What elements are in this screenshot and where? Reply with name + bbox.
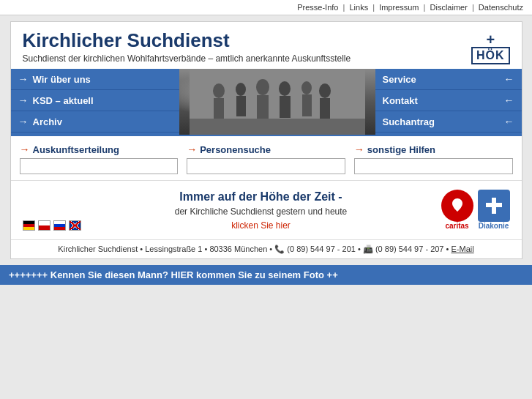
arrow-icon: → <box>18 73 29 85</box>
caritas-icon <box>447 195 468 216</box>
bottom-ticker: +++++++ Kennen Sie diesen Mann? HIER kom… <box>0 265 532 285</box>
link-presse-info[interactable]: Presse-Info <box>297 3 338 12</box>
footer-fax: (0 89) 544 97 - 207 • <box>375 245 449 253</box>
auskunftserteilung-input[interactable] <box>20 158 179 174</box>
svg-point-9 <box>301 81 312 94</box>
svg-rect-15 <box>486 203 502 207</box>
content-headline: Immer auf der Höhe der Zeit - <box>90 190 432 205</box>
nav-label: KSD – aktuell <box>33 95 94 106</box>
nav-label: Service <box>383 74 416 85</box>
arrow-icon: ← <box>504 94 514 106</box>
quick-links: → Auskunftserteilung → Personensuche → s… <box>11 135 522 180</box>
link-datenschutz[interactable]: Datenschutz <box>479 3 523 12</box>
footer-email[interactable]: E-Mail <box>451 245 473 253</box>
arrow-icon: → <box>20 143 30 155</box>
arrow-icon: → <box>18 94 29 106</box>
svg-rect-8 <box>280 96 291 118</box>
svg-point-7 <box>279 81 291 96</box>
flag-polish[interactable] <box>38 220 50 231</box>
footer-text: Kirchlicher Suchdienst • Lessingstraße 1… <box>58 245 274 253</box>
content-subtext: der Kirchliche Suchdienst gestern und he… <box>90 206 432 217</box>
main-box: Kirchlicher Suchdienst Suchdienst der ki… <box>10 21 522 259</box>
caritas-symbol <box>441 190 473 222</box>
topbar-links: Presse-Info | Links | Impressum | Discla… <box>297 3 523 12</box>
nav-item-kontakt[interactable]: Kontakt ← <box>375 90 522 111</box>
nav-item-wir-ueber-uns[interactable]: → Wir über uns <box>11 69 179 90</box>
hok-logo: + HÖK <box>471 32 510 64</box>
link-impressum[interactable]: Impressum <box>379 3 419 12</box>
nav-item-suchantrag[interactable]: Suchantrag ← <box>375 111 522 133</box>
quick-link-text: sonstige Hilfen <box>367 144 435 155</box>
hok-text: HÖK <box>471 47 510 64</box>
svg-rect-12 <box>320 98 330 119</box>
quick-link-text: Personensuche <box>200 144 271 155</box>
diakonie-icon <box>484 195 504 216</box>
arrow-icon: → <box>18 116 29 127</box>
nav-label: Wir über uns <box>33 74 91 85</box>
site-header: Kirchlicher Suchdienst Suchdienst der ki… <box>11 22 522 69</box>
nav-item-archiv[interactable]: → Archiv <box>11 111 179 133</box>
nav-label: Suchantrag <box>383 116 435 127</box>
photo-bg <box>179 69 375 135</box>
nav-left: → Wir über uns → KSD – aktuell → Archiv <box>11 69 179 135</box>
quick-link-auskunftserteilung: → Auskunftserteilung <box>20 143 179 174</box>
separator: | <box>372 3 377 12</box>
page-wrapper: Presse-Info | Links | Impressum | Discla… <box>0 0 532 285</box>
headline-line1: Immer auf der Höhe der Zeit - <box>179 190 342 203</box>
quick-link-label: → Personensuche <box>187 143 345 155</box>
arrow-icon: ← <box>504 73 514 85</box>
content-link[interactable]: klicken Sie hier <box>231 220 291 231</box>
svg-rect-13 <box>190 119 365 135</box>
arrow-icon: ← <box>504 116 514 127</box>
svg-rect-4 <box>236 96 246 116</box>
nav-label: Archiv <box>33 116 62 127</box>
hok-cross-icon: + <box>486 32 495 47</box>
flag-german[interactable] <box>23 220 35 231</box>
sonstige-hilfen-input[interactable] <box>354 158 513 174</box>
lang-flags <box>23 220 81 231</box>
separator: | <box>424 3 428 12</box>
svg-rect-6 <box>257 95 269 119</box>
personensuche-input[interactable] <box>187 158 345 174</box>
arrow-icon: → <box>187 143 197 155</box>
quick-link-text: Auskunftserteilung <box>33 144 119 155</box>
quick-link-label: → Auskunftserteilung <box>20 143 179 155</box>
caritas-text: caritas <box>445 222 468 230</box>
hero-image <box>179 69 375 135</box>
fax-icon: 📠 <box>363 245 373 253</box>
site-title: Kirchlicher Suchdienst <box>23 29 351 52</box>
nav-section: → Wir über uns → KSD – aktuell → Archiv <box>11 69 522 135</box>
diakonie-text: Diakonie <box>479 222 509 230</box>
svg-rect-2 <box>214 98 224 120</box>
link-disclaimer[interactable]: Disclaimer <box>430 3 468 12</box>
content-link-container: klicken Sie hier <box>90 220 432 231</box>
svg-point-3 <box>236 83 246 96</box>
diakonie-symbol <box>478 190 510 222</box>
nav-item-ksd-aktuell[interactable]: → KSD – aktuell <box>11 90 179 111</box>
site-footer: Kirchlicher Suchdienst • Lessingstraße 1… <box>11 239 522 258</box>
content-logos: caritas Diakonie <box>441 190 510 230</box>
nav-right: Service ← Kontakt ← Suchantrag ← <box>375 69 522 135</box>
site-subtitle: Suchdienst der kirchlichen Wohlfahrtsver… <box>23 53 351 64</box>
header-left: Kirchlicher Suchdienst Suchdienst der ki… <box>23 29 351 64</box>
svg-point-11 <box>319 83 331 98</box>
ticker-text: +++++++ Kennen Sie diesen Mann? HIER kom… <box>9 269 338 280</box>
top-bar: Presse-Info | Links | Impressum | Discla… <box>0 0 532 15</box>
diakonie-logo: Diakonie <box>478 190 510 230</box>
content-area: Immer auf der Höhe der Zeit - der Kirchl… <box>11 180 522 239</box>
separator: | <box>472 3 476 12</box>
quick-link-personensuche: → Personensuche <box>187 143 345 174</box>
flag-russian[interactable] <box>53 220 66 231</box>
svg-rect-10 <box>302 94 312 116</box>
svg-point-1 <box>213 83 225 98</box>
nav-item-service[interactable]: Service ← <box>375 69 522 90</box>
content-main: Immer auf der Höhe der Zeit - der Kirchl… <box>90 190 432 231</box>
link-links[interactable]: Links <box>349 3 368 12</box>
nav-label: Kontakt <box>383 95 418 106</box>
lang-flags-container <box>23 215 81 231</box>
flag-english[interactable] <box>69 220 81 231</box>
separator: | <box>343 3 348 12</box>
svg-point-5 <box>256 79 269 95</box>
quick-link-sonstige-hilfen: → sonstige Hilfen <box>354 143 513 174</box>
photo-svg <box>179 69 375 135</box>
